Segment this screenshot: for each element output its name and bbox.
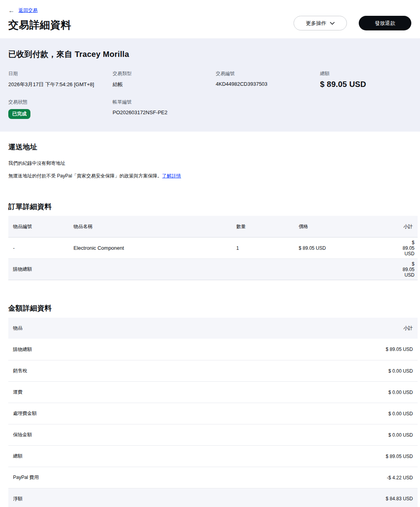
amount-row-label: 總額 — [13, 453, 23, 460]
shipping-protection-text: 無運送地址的付款不受 PayPal「賣家交易安全保障」的政策與方案保障。了解詳情 — [8, 173, 412, 179]
invoice-id-label: 帳單編號 — [113, 99, 216, 106]
field-total: 總額 $ 89.05 USD — [320, 70, 412, 89]
col-item: 物品 — [13, 325, 23, 332]
amount-row-insurance: 保險金額 $ 0.00 USD — [8, 424, 418, 445]
amount-row-net: 淨額 $ 84.83 USD — [8, 488, 418, 507]
issue-refund-button[interactable]: 發放退款 — [359, 16, 411, 30]
payment-heading: 已收到付款，來自 Tracey Morilla — [8, 49, 412, 60]
header-actions: 更多操作 發放退款 — [294, 16, 411, 30]
item-name-cell: Electronic Component — [73, 245, 236, 251]
order-details-section: 訂單詳細資料 物品編號 物品名稱 數量 價格 小計 - Electronic C… — [0, 202, 420, 280]
more-actions-button[interactable]: 更多操作 — [294, 16, 347, 30]
col-subtotal: 小計 — [403, 325, 413, 332]
table-row: - Electronic Component 1 $ 89.05 USD $ 8… — [8, 237, 418, 259]
subtotal-cell: $ 89.05 USD — [403, 240, 414, 256]
amount-row-label: 處理費金額 — [13, 410, 37, 417]
payment-summary-section: 已收到付款，來自 Tracey Morilla 日期 2026年3月17日 下午… — [0, 38, 420, 132]
amount-row-label: 保險金額 — [13, 432, 32, 438]
col-item-number: 物品編號 — [13, 223, 73, 230]
back-arrow-icon[interactable]: ← — [8, 8, 15, 14]
amount-row-value: -$ 4.22 USD — [387, 475, 413, 481]
amount-row-shipping-fee: 運費 $ 0.00 USD — [8, 381, 418, 403]
amount-row-paypal-fee: PayPal 費用 -$ 4.22 USD — [8, 467, 418, 488]
order-details-heading: 訂單詳細資料 — [8, 202, 418, 211]
amount-table-header: 物品 小計 — [8, 318, 418, 339]
total-label: 總額 — [320, 70, 412, 77]
shipping-no-address-text: 我們的紀錄中沒有郵寄地址 — [8, 160, 412, 167]
amount-row-value: $ 89.05 USD — [386, 347, 413, 352]
amount-details-section: 金額詳細資料 物品 小計 購物總額 $ 89.05 USD 銷售稅 $ 0.00… — [0, 303, 420, 507]
total-value: $ 89.05 USD — [320, 80, 412, 89]
col-price: 價格 — [299, 223, 403, 230]
order-details-table: 物品編號 物品名稱 數量 價格 小計 - Electronic Componen… — [8, 216, 418, 280]
invoice-id-value: PO202603172NSF-PE2 — [113, 109, 216, 115]
purchase-total-label: 購物總額 — [13, 266, 403, 273]
field-invoice-id: 帳單編號 PO202603172NSF-PE2 — [113, 99, 216, 119]
amount-row-total: 總額 $ 89.05 USD — [8, 445, 418, 467]
amount-row-handling-fee: 處理費金額 $ 0.00 USD — [8, 403, 418, 424]
net-amount-label: 淨額 — [13, 496, 23, 502]
status-badge: 已完成 — [8, 109, 30, 119]
amount-row-value: $ 0.00 USD — [388, 411, 413, 417]
transaction-id-label: 交易編號 — [216, 70, 320, 77]
amount-details-table: 物品 小計 購物總額 $ 89.05 USD 銷售稅 $ 0.00 USD 運費… — [8, 318, 418, 507]
amount-row-label: 銷售稅 — [13, 368, 27, 374]
amount-row-label: 運費 — [13, 389, 23, 396]
field-date: 日期 2026年3月17日 下午7:54:26 [GMT+8] — [8, 70, 113, 89]
col-subtotal: 小計 — [403, 223, 413, 230]
page-header: ← 返回交易 交易詳細資料 更多操作 發放退款 — [0, 0, 420, 38]
back-navigation: ← 返回交易 — [8, 7, 411, 14]
amount-row-value: $ 0.00 USD — [388, 432, 413, 438]
transaction-status-label: 交易狀態 — [8, 99, 113, 106]
field-transaction-id: 交易編號 4KD44982CD3937503 — [216, 70, 320, 89]
date-label: 日期 — [8, 70, 113, 77]
transaction-id-value: 4KD44982CD3937503 — [216, 81, 320, 87]
shipping-address-section: 運送地址 我們的紀錄中沒有郵寄地址 無運送地址的付款不受 PayPal「賣家交易… — [0, 132, 420, 179]
quantity-cell: 1 — [236, 245, 299, 251]
learn-more-link[interactable]: 了解詳情 — [162, 173, 181, 179]
order-table-footer: 購物總額 $ 89.05 USD — [8, 259, 418, 280]
field-transaction-status: 交易狀態 已完成 — [8, 99, 113, 119]
order-table-header: 物品編號 物品名稱 數量 價格 小計 — [8, 216, 418, 237]
amount-row-label: PayPal 費用 — [13, 474, 39, 481]
transaction-details-page: ← 返回交易 交易詳細資料 更多操作 發放退款 已收到付款，來自 Tracey … — [0, 0, 420, 507]
amount-row-value: $ 0.00 USD — [388, 368, 413, 374]
amount-row-value: $ 89.05 USD — [386, 454, 413, 459]
net-amount-value: $ 84.83 USD — [386, 496, 413, 501]
col-quantity: 數量 — [236, 223, 299, 230]
field-transaction-type: 交易類型 結帳 — [113, 70, 216, 89]
amount-details-heading: 金額詳細資料 — [8, 303, 418, 313]
back-to-transactions-link[interactable]: 返回交易 — [19, 7, 38, 14]
col-item-name: 物品名稱 — [73, 223, 236, 230]
item-number-cell: - — [13, 245, 73, 251]
amount-row-value: $ 0.00 USD — [388, 390, 413, 395]
purchase-total-value: $ 89.05 USD — [403, 261, 414, 278]
payment-fields-grid: 日期 2026年3月17日 下午7:54:26 [GMT+8] 交易類型 結帳 … — [8, 70, 412, 119]
date-value: 2026年3月17日 下午7:54:26 [GMT+8] — [8, 81, 113, 88]
transaction-type-label: 交易類型 — [113, 70, 216, 77]
shipping-protection-note: 無運送地址的付款不受 PayPal「賣家交易安全保障」的政策與方案保障。 — [8, 173, 162, 179]
more-actions-label: 更多操作 — [306, 20, 326, 27]
amount-row-purchase-total: 購物總額 $ 89.05 USD — [8, 339, 418, 360]
amount-row-sales-tax: 銷售稅 $ 0.00 USD — [8, 360, 418, 381]
shipping-heading: 運送地址 — [8, 142, 412, 152]
transaction-type-value: 結帳 — [113, 81, 216, 88]
chevron-down-icon — [330, 22, 335, 25]
price-cell: $ 89.05 USD — [299, 245, 403, 251]
amount-row-label: 購物總額 — [13, 346, 32, 353]
